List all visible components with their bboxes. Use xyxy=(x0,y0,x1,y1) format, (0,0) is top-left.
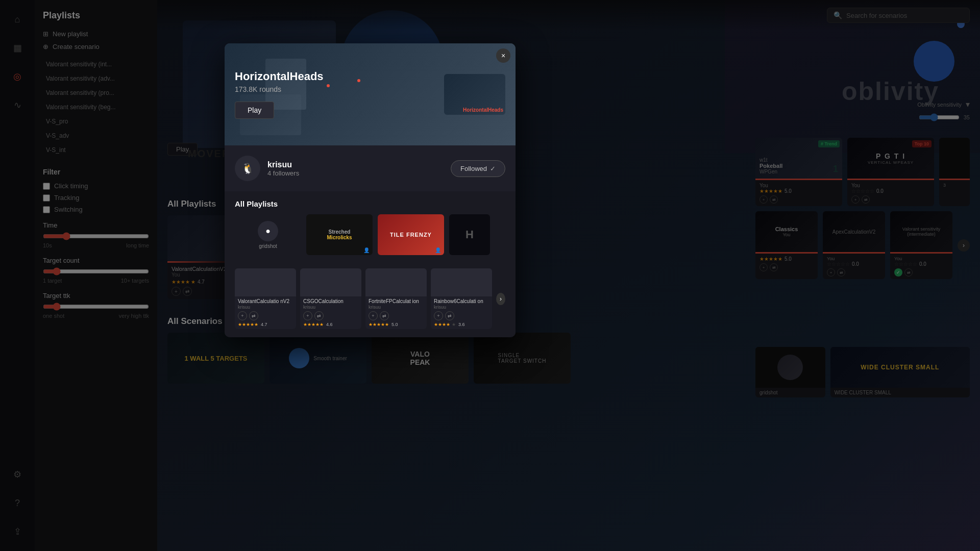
modal-scenario-cards-section: ValorantCalculatio nV2 krisuu + ⇄ ★★★★★ … xyxy=(225,263,516,337)
sub-card-fortnite[interactable]: FortniteFPCalculat ion krisuu + ⇄ ★★★★★ … xyxy=(365,268,427,329)
modal-next-arrow[interactable]: › xyxy=(496,293,505,305)
sub-card-img-rainbow xyxy=(431,268,492,296)
author-followers: 4 followers xyxy=(267,169,444,177)
sub-add-btn-2[interactable]: + xyxy=(303,311,312,320)
sub-shuffle-btn-2[interactable]: ⇄ xyxy=(314,311,324,320)
author-info: krisuu 4 followers xyxy=(267,160,444,177)
author-row: 🐧 krisuu 4 followers Followed ✓ xyxy=(235,156,505,181)
author-name: krisuu xyxy=(267,160,444,169)
author-avatar: 🐧 xyxy=(235,156,260,181)
modal-play-button[interactable]: Play xyxy=(235,102,274,119)
sub-card-valorant[interactable]: ValorantCalculatio nV2 krisuu + ⇄ ★★★★★ … xyxy=(235,268,296,329)
modal-author-section: 🐧 krisuu 4 followers Followed ✓ xyxy=(225,145,516,191)
followed-button[interactable]: Followed ✓ xyxy=(451,160,505,177)
sub-add-btn-4[interactable]: + xyxy=(434,311,443,320)
sub-card-info-csgo: CSGOCalculation krisuu + ⇄ ★★★★★ 4.6 xyxy=(300,296,361,329)
close-modal-button[interactable]: × xyxy=(496,48,510,63)
modal-playlist-microlicks[interactable]: Streched Microlicks 👤 xyxy=(306,214,373,255)
sub-card-img-csgo xyxy=(300,268,361,296)
sub-shuffle-btn-4[interactable]: ⇄ xyxy=(445,311,454,320)
modal-header: HorizontalHeads 173.8K rounds Play Horiz… xyxy=(225,43,516,145)
modal-playlist-cards-row: ● gridshot Streched Microlicks 👤 TILE FR… xyxy=(235,214,505,255)
preview-label: HorizontalHeads xyxy=(463,107,503,113)
modal-scenario-name: HorizontalHeads xyxy=(235,70,324,83)
sub-card-csgo[interactable]: CSGOCalculation krisuu + ⇄ ★★★★★ 4.6 xyxy=(300,268,361,329)
modal-header-info: HorizontalHeads 173.8K rounds Play xyxy=(235,70,324,119)
sub-card-img-fortnite xyxy=(365,268,427,296)
modal-rounds: 173.8K rounds xyxy=(235,85,324,93)
sub-add-btn-1[interactable]: + xyxy=(238,311,247,320)
sub-card-rainbow[interactable]: Rainbow6Calculati on krisuu + ⇄ ★★★★★ 3.… xyxy=(431,268,492,329)
sub-card-img-valorant xyxy=(235,268,296,296)
modal-playlist-h[interactable]: H xyxy=(449,214,490,255)
modal-playlists-section: All Playlists ● gridshot Streched Microl… xyxy=(225,191,516,263)
sub-shuffle-btn-3[interactable]: ⇄ xyxy=(380,311,389,320)
followed-check-icon: ✓ xyxy=(490,165,496,172)
modal-preview-thumb: HorizontalHeads xyxy=(444,74,505,115)
sub-add-btn-3[interactable]: + xyxy=(369,311,378,320)
modal-scenario-cards: ValorantCalculatio nV2 krisuu + ⇄ ★★★★★ … xyxy=(235,268,505,329)
modal-playlist-tile-frenzy[interactable]: TILE FRENZY 👤 xyxy=(378,214,444,255)
sub-card-info-rainbow: Rainbow6Calculati on krisuu + ⇄ ★★★★★ 3.… xyxy=(431,296,492,329)
modal-playlists-label: All Playlists xyxy=(235,199,505,208)
modal-playlist-gridshot[interactable]: ● gridshot xyxy=(235,214,301,255)
sub-shuffle-btn-1[interactable]: ⇄ xyxy=(249,311,258,320)
modal: HorizontalHeads 173.8K rounds Play Horiz… xyxy=(225,43,516,337)
sub-card-info-valorant: ValorantCalculatio nV2 krisuu + ⇄ ★★★★★ … xyxy=(235,296,296,329)
sub-card-info-fortnite: FortniteFPCalculat ion krisuu + ⇄ ★★★★★ … xyxy=(365,296,427,329)
